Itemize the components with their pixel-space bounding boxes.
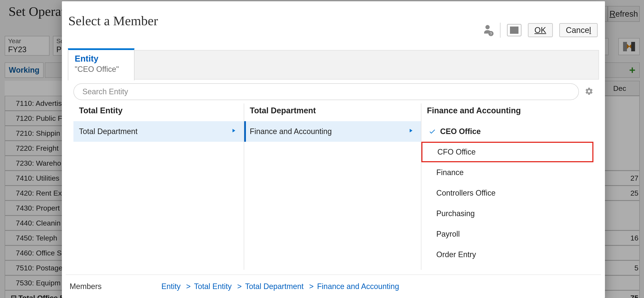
column-total-entity: Total Entity Total Department xyxy=(74,103,244,270)
grid-cell[interactable]: 5 xyxy=(600,260,640,275)
member-label: CFO Office xyxy=(437,147,476,157)
column-header[interactable]: Total Entity xyxy=(74,103,244,121)
page-title: Set Operat xyxy=(8,4,65,19)
member-label: Purchasing xyxy=(436,209,475,218)
dimension-tab-strip: Entity "CEO Office" xyxy=(68,50,599,80)
member-payroll[interactable]: Payroll xyxy=(421,224,594,244)
breadcrumb-label: Members xyxy=(70,282,148,291)
drill-icon xyxy=(230,127,236,136)
dimension-tab-entity[interactable]: Entity "CEO Office" xyxy=(68,48,134,80)
refresh-button[interactable]: Refresh xyxy=(608,6,640,22)
grid-cell[interactable]: 27 xyxy=(600,171,640,186)
col-header-dec[interactable]: Dec xyxy=(600,81,640,96)
member-label: Controllers Office xyxy=(436,189,496,198)
panel-toggle-button[interactable] xyxy=(618,38,640,55)
member-columns: Total Entity Total Department Total Depa… xyxy=(74,103,594,270)
expand-collapse-icon xyxy=(623,42,635,51)
breadcrumb-link[interactable]: Finance and Accounting xyxy=(317,282,399,291)
grid-cell: 75 xyxy=(600,290,640,298)
grid-cell[interactable]: 25 xyxy=(600,186,640,201)
member-label: CEO Office xyxy=(440,127,481,136)
member-purchasing[interactable]: Purchasing xyxy=(421,203,594,224)
search-placeholder: Search Entity xyxy=(82,87,128,96)
search-settings-button[interactable] xyxy=(585,87,594,96)
svg-text:?: ? xyxy=(490,32,492,36)
check-icon xyxy=(428,128,436,135)
member-total-department[interactable]: Total Department xyxy=(74,121,244,142)
dimension-tab-selection: "CEO Office" xyxy=(75,65,128,74)
breadcrumb: Members Entity > Total Entity > Total De… xyxy=(66,274,601,298)
tab-working[interactable]: Working xyxy=(5,62,44,78)
pov-year[interactable]: Year FY23 xyxy=(5,36,50,56)
ok-button[interactable]: OK xyxy=(528,23,553,37)
gear-icon xyxy=(585,87,594,96)
column-total-department: Total Department Finance and Accounting xyxy=(244,103,421,270)
member-controllers-office[interactable]: Controllers Office xyxy=(421,183,594,203)
breadcrumb-link[interactable]: Total Department xyxy=(245,282,304,291)
member-label: Finance and Accounting xyxy=(250,127,332,136)
member-label: Order Entry xyxy=(436,250,476,259)
member-label: Finance xyxy=(436,168,464,177)
grid-cell[interactable]: 16 xyxy=(600,230,640,245)
user-variable-icon[interactable]: ? xyxy=(483,24,494,36)
member-finance-and-accounting[interactable]: Finance and Accounting xyxy=(244,121,421,142)
pov-year-value: FY23 xyxy=(8,45,46,54)
dimension-tab-label: Entity xyxy=(75,54,128,64)
member-cfo-office[interactable]: CFO Office xyxy=(421,142,594,162)
separator xyxy=(500,23,500,38)
breadcrumb-link[interactable]: Entity xyxy=(161,282,180,291)
member-order-entry[interactable]: Order Entry xyxy=(421,244,594,265)
member-ceo-office[interactable]: CEO Office xyxy=(421,121,594,142)
drill-icon xyxy=(408,127,414,136)
member-selector-dialog: Select a Member ? OK Cancel Entity "CEO … xyxy=(62,1,605,298)
column-header[interactable]: Total Department xyxy=(244,103,421,121)
selection-display-toggle[interactable] xyxy=(507,24,522,36)
dialog-header: Select a Member ? OK Cancel xyxy=(62,1,605,41)
member-label: Total Department xyxy=(79,127,138,136)
breadcrumb-link[interactable]: Total Entity xyxy=(194,282,232,291)
column-header[interactable]: Finance and Accounting xyxy=(421,103,594,121)
search-input[interactable]: Search Entity xyxy=(74,83,579,100)
pov-year-label: Year xyxy=(8,37,46,45)
member-finance[interactable]: Finance xyxy=(421,162,594,183)
add-tab-button[interactable]: + xyxy=(625,63,640,77)
column-finance-and-accounting: Finance and Accounting CEO Office CFO Of… xyxy=(421,103,594,270)
member-label: Payroll xyxy=(436,230,460,239)
cancel-button[interactable]: Cancel xyxy=(559,23,598,37)
